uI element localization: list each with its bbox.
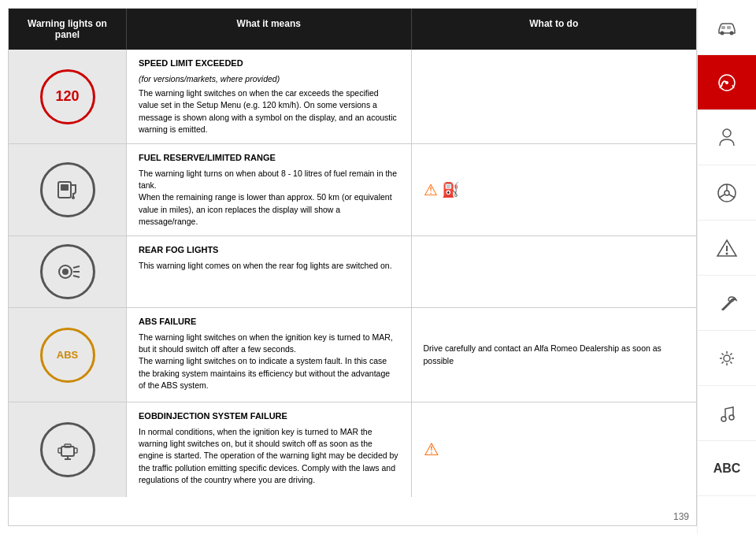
fog-desc: This warning light comes on when the rea… bbox=[139, 260, 399, 272]
icon-cell-engine bbox=[9, 402, 127, 497]
abs-title: ABS FAILURE bbox=[139, 316, 399, 328]
sidebar-item-music[interactable] bbox=[698, 386, 756, 441]
steering-wheel-icon bbox=[715, 181, 739, 205]
engine-svg bbox=[52, 434, 83, 465]
abs-desc: The warning light switches on when the i… bbox=[139, 332, 399, 391]
table-row: 120 SPEED LIMIT EXCEEDED (for versions/m… bbox=[9, 50, 696, 144]
fuel-action-icon: ⛽ bbox=[442, 180, 459, 200]
svg-point-24 bbox=[724, 191, 729, 195]
icon-cell-abs: ABS bbox=[9, 308, 127, 402]
action-cell-speed bbox=[412, 50, 697, 143]
warning-triangle-icon: ⚠ bbox=[424, 179, 438, 202]
fog-title: REAR FOG LIGHTS bbox=[139, 244, 399, 257]
svg-point-19 bbox=[725, 81, 728, 84]
desc-cell-engine: EOBDINJECTION SYSTEM FAILURE In normal c… bbox=[127, 402, 412, 497]
speed-desc: The warning light switches on when the c… bbox=[139, 87, 399, 135]
person-icon bbox=[716, 127, 738, 149]
svg-line-7 bbox=[73, 276, 80, 277]
settings-icon bbox=[716, 347, 738, 369]
desc-cell-fuel: FUEL RESERVE/LIMITED RANGE The warning l… bbox=[127, 144, 412, 235]
main-table: Warning lights on panel What it means Wh… bbox=[8, 8, 697, 526]
fog-svg bbox=[53, 257, 83, 287]
sidebar-item-steering[interactable] bbox=[698, 165, 756, 221]
abs-action-text: Drive carefully and contact an Alfa Rome… bbox=[424, 343, 685, 366]
engine-title: EOBDINJECTION SYSTEM FAILURE bbox=[139, 410, 399, 423]
fuel-title: FUEL RESERVE/LIMITED RANGE bbox=[139, 152, 399, 165]
svg-point-4 bbox=[62, 269, 69, 275]
desc-cell-fog: REAR FOG LIGHTS This warning light comes… bbox=[127, 236, 412, 307]
fuel-desc: The warning light turns on when about 8 … bbox=[139, 168, 399, 228]
abs-icon: ABS bbox=[40, 328, 95, 383]
sidebar-item-dashboard[interactable] bbox=[698, 55, 756, 110]
engine-icon bbox=[40, 422, 95, 477]
action-cell-fog bbox=[412, 236, 697, 307]
dashboard-icon bbox=[715, 71, 739, 95]
sidebar-item-car[interactable] bbox=[698, 0, 756, 55]
svg-point-32 bbox=[729, 415, 734, 420]
action-cell-fuel: ⚠ ⛽ bbox=[412, 144, 697, 235]
page-number: 139 bbox=[673, 511, 689, 522]
svg-rect-11 bbox=[74, 448, 77, 453]
svg-line-27 bbox=[719, 195, 724, 198]
header-col2: What it means bbox=[127, 9, 412, 50]
wrench-icon bbox=[716, 292, 738, 314]
table-row: ABS ABS FAILURE The warning light switch… bbox=[9, 308, 696, 402]
svg-rect-17 bbox=[727, 26, 731, 29]
icon-cell-speed: 120 bbox=[9, 50, 127, 143]
table-row: EOBDINJECTION SYSTEM FAILURE In normal c… bbox=[9, 402, 696, 497]
desc-cell-abs: ABS FAILURE The warning light switches o… bbox=[127, 308, 412, 402]
sidebar: ABC bbox=[697, 0, 756, 534]
svg-rect-10 bbox=[58, 448, 61, 453]
engine-warning-icon: ⚠ bbox=[424, 437, 439, 462]
header-col1: Warning lights on panel bbox=[9, 9, 127, 50]
sidebar-item-person[interactable] bbox=[698, 110, 756, 165]
engine-desc: In normal conditions, when the ignition … bbox=[139, 426, 399, 486]
warning-triangle-sidebar-icon bbox=[716, 237, 738, 259]
svg-point-30 bbox=[724, 355, 730, 362]
svg-point-29 bbox=[726, 252, 728, 254]
action-cell-engine: ⚠ bbox=[412, 402, 697, 497]
sidebar-item-warning[interactable] bbox=[698, 221, 756, 276]
svg-line-26 bbox=[729, 195, 735, 198]
music-icon bbox=[716, 402, 738, 425]
svg-point-22 bbox=[723, 129, 731, 137]
fuel-svg bbox=[54, 176, 82, 204]
table-header: Warning lights on panel What it means Wh… bbox=[9, 9, 696, 50]
table-body: 120 SPEED LIMIT EXCEEDED (for versions/m… bbox=[9, 50, 696, 525]
speed-title: SPEED LIMIT EXCEEDED bbox=[139, 57, 399, 70]
svg-point-15 bbox=[730, 31, 734, 35]
svg-point-31 bbox=[721, 417, 726, 421]
svg-rect-1 bbox=[61, 184, 69, 191]
action-cell-abs: Drive carefully and contact an Alfa Rome… bbox=[412, 308, 697, 402]
car-icon bbox=[715, 16, 739, 39]
sidebar-item-settings[interactable] bbox=[698, 331, 756, 386]
sidebar-item-wrench[interactable] bbox=[698, 276, 756, 331]
svg-rect-16 bbox=[721, 26, 725, 29]
desc-cell-speed: SPEED LIMIT EXCEEDED (for versions/marke… bbox=[127, 50, 412, 143]
svg-point-14 bbox=[721, 31, 724, 35]
table-row: REAR FOG LIGHTS This warning light comes… bbox=[9, 236, 696, 308]
svg-rect-8 bbox=[61, 447, 74, 456]
svg-point-2 bbox=[72, 196, 75, 199]
speed-limit-icon: 120 bbox=[40, 69, 95, 124]
fuel-action-icons: ⚠ ⛽ bbox=[424, 179, 459, 202]
icon-cell-fog bbox=[9, 236, 127, 307]
abc-label: ABC bbox=[713, 462, 741, 476]
svg-line-5 bbox=[73, 266, 80, 268]
speed-subtitle: (for versions/markets, where provided) bbox=[139, 73, 399, 85]
icon-cell-fuel bbox=[9, 144, 127, 235]
header-col3: What to do bbox=[412, 9, 697, 50]
table-row: FUEL RESERVE/LIMITED RANGE The warning l… bbox=[9, 144, 696, 236]
fuel-icon bbox=[40, 162, 95, 217]
fog-light-icon bbox=[40, 244, 95, 299]
sidebar-item-abc[interactable]: ABC bbox=[698, 441, 756, 496]
